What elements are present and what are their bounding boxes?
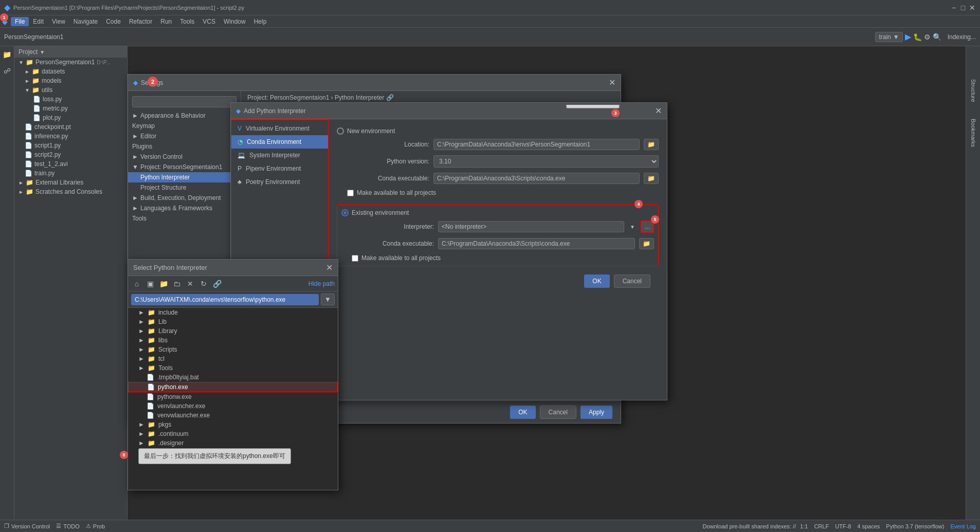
tree-metric[interactable]: 📄 metric.py (14, 104, 127, 113)
file-item-pythonw-exe[interactable]: 📄 pythonw.exe (128, 392, 338, 401)
refresh-icon-button[interactable]: ↻ (198, 278, 209, 289)
settings-item-build[interactable]: ► Build, Execution, Deployment (128, 193, 241, 203)
add-interpreter-close-button[interactable]: ✕ (655, 106, 662, 116)
tree-external-libraries[interactable]: ► 📁 External Libraries (14, 178, 127, 187)
make-available-new-checkbox[interactable]: Make available to all projects (347, 189, 659, 196)
tree-models[interactable]: ► 📁 models (14, 76, 127, 85)
search-toolbar-button[interactable]: 🔍 (933, 33, 941, 41)
make-available-new-input[interactable] (347, 190, 354, 196)
minimize-button[interactable]: − (950, 4, 957, 11)
bookmarks-tab[interactable]: Bookmarks (968, 117, 978, 149)
home-icon-button[interactable]: ⌂ (131, 278, 142, 289)
settings-item-languages[interactable]: ► Languages & Frameworks (128, 203, 241, 213)
settings-button[interactable]: ⚙ (924, 33, 931, 41)
make-available-existing-input[interactable] (352, 255, 358, 262)
menu-code[interactable]: Code (102, 17, 125, 26)
menu-run[interactable]: Run (156, 17, 176, 26)
menu-refactor[interactable]: Refactor (125, 17, 156, 26)
location-input[interactable] (433, 139, 640, 150)
tree-train[interactable]: 📄 train.py (14, 169, 127, 178)
make-available-existing-checkbox[interactable]: Make available to all projects (352, 254, 654, 262)
maximize-button[interactable]: □ (959, 4, 967, 11)
path-dropdown-button[interactable]: ▼ (321, 293, 335, 305)
settings-item-python-interpreter[interactable]: Python Interpreter (128, 172, 241, 182)
location-browse-button[interactable]: 📁 (644, 139, 659, 150)
file-item-include[interactable]: ► 📁 include (128, 308, 338, 317)
interp-type-conda[interactable]: ◔ Conda Environment (231, 135, 328, 149)
settings-item-vcs[interactable]: ► Version Control (128, 152, 241, 162)
file-item-tools[interactable]: ► 📁 Tools (128, 363, 338, 373)
settings-item-editor[interactable]: ► Editor (128, 131, 241, 141)
desktop-icon-button[interactable]: ▣ (144, 278, 156, 289)
tree-scratches[interactable]: ► 📁 Scratches and Consoles (14, 187, 127, 196)
menu-window[interactable]: Window (220, 17, 250, 26)
existing-conda-exec-browse-button[interactable]: 📁 (639, 238, 654, 249)
file-item-designer[interactable]: ► 📁 .designer (128, 438, 338, 448)
settings-item-tools[interactable]: Tools (128, 213, 241, 224)
tree-script1[interactable]: 📄 script1.py (14, 141, 127, 150)
menu-help[interactable]: Help (250, 17, 271, 26)
existing-conda-exec-input[interactable] (438, 238, 635, 249)
existing-env-radio[interactable]: Existing environment (341, 209, 654, 216)
file-item-python-exe[interactable]: 📄 python.exe (128, 382, 338, 392)
git-icon[interactable]: ☍ (1, 65, 13, 77)
settings-cancel-button[interactable]: Cancel (540, 406, 576, 419)
path-input[interactable] (131, 294, 319, 305)
tree-script2[interactable]: 📄 script2.py (14, 150, 127, 159)
problems-tab[interactable]: ⚠ Prob (86, 523, 105, 529)
project-icon[interactable]: 📁 (1, 48, 13, 61)
file-item-venvlauncher[interactable]: 📄 venvlauncher.exe (128, 401, 338, 411)
folder-up-icon-button[interactable]: 📁 (158, 278, 169, 289)
debug-button[interactable]: 🐛 (913, 33, 922, 41)
structure-tab[interactable]: Structure (968, 77, 978, 104)
interpreter-input[interactable] (438, 221, 624, 232)
file-item-continuum[interactable]: ► 📁 .continuum (128, 429, 338, 438)
menu-vcs[interactable]: VCS (198, 17, 220, 26)
add-interpreter-ok-button[interactable]: OK (584, 274, 609, 288)
tree-inference[interactable]: 📄 inference.py (14, 132, 127, 141)
settings-item-keymap[interactable]: Keymap (128, 121, 241, 131)
select-interpreter-dialog[interactable]: Select Python Interpreter ✕ ⌂ ▣ 📁 🗀 ✕ ↻ … (128, 259, 338, 490)
add-interpreter-cancel-button[interactable]: Cancel (614, 274, 650, 288)
interp-type-poetry[interactable]: ♣ Poetry Environment (231, 175, 328, 189)
settings-item-appearance[interactable]: ► Appearance & Behavior (128, 111, 241, 121)
link-icon-button[interactable]: 🔗 (211, 278, 223, 289)
menu-file[interactable]: File (11, 17, 29, 26)
file-item-lib[interactable]: ► 📁 Lib (128, 317, 338, 326)
tree-root[interactable]: ▼ 📁 PersonSegmentaion1 D:\P... (14, 58, 127, 67)
file-item-venvwlauncher[interactable]: 📄 venvwlauncher.exe (128, 411, 338, 420)
settings-item-project-structure[interactable]: Project Structure (128, 182, 241, 193)
settings-item-project[interactable]: ▼ Project: PersonSegmentaion1 (128, 162, 241, 172)
select-interpreter-close-button[interactable]: ✕ (326, 263, 333, 272)
conda-exec-input[interactable] (433, 173, 640, 184)
run-config-selector[interactable]: train ▼ (875, 32, 902, 42)
tree-checkpoint[interactable]: 📄 checkpoint.pt (14, 122, 127, 132)
menu-edit[interactable]: Edit (29, 17, 48, 26)
tree-datasets[interactable]: ► 📁 datasets (14, 67, 127, 76)
file-item-bat[interactable]: 📄 .tmpb0ltyiaj.bat (128, 373, 338, 382)
settings-ok-button[interactable]: OK (510, 406, 535, 419)
interp-type-pipenv[interactable]: P Pipenv Environment (231, 162, 328, 175)
settings-apply-button[interactable]: Apply (580, 406, 612, 419)
tree-loss[interactable]: 📄 loss.py (14, 95, 127, 104)
file-item-library[interactable]: ► 📁 Library (128, 326, 338, 336)
new-folder-icon-button[interactable]: 🗀 (171, 278, 183, 289)
todo-tab[interactable]: ☰ TODO (56, 523, 80, 529)
file-item-scripts[interactable]: ► 📁 Scripts (128, 345, 338, 354)
hide-path-button[interactable]: Hide path (308, 280, 335, 287)
python-version-select[interactable]: 3.103.93.83.7 (433, 155, 659, 168)
run-button[interactable]: ▶ (905, 32, 911, 42)
menu-navigate[interactable]: Navigate (69, 17, 102, 26)
menu-tools[interactable]: Tools (176, 17, 198, 26)
tree-plot[interactable]: 📄 plot.py (14, 113, 127, 122)
interp-type-virtualenv[interactable]: V Virtualenv Environment (231, 122, 328, 135)
tree-utils[interactable]: ▼ 📁 utils (14, 85, 127, 95)
settings-search-input[interactable] (132, 96, 237, 107)
settings-item-plugins[interactable]: Plugins (128, 141, 241, 152)
file-item-libs[interactable]: ► 📁 libs (128, 336, 338, 345)
file-item-pkgs[interactable]: ► 📁 pkgs (128, 420, 338, 429)
interp-type-system[interactable]: 💻 System Interpreter (231, 149, 328, 162)
delete-icon-button[interactable]: ✕ (185, 278, 196, 289)
settings-close-button[interactable]: ✕ (609, 78, 615, 87)
event-log-button[interactable]: Event Log (950, 523, 976, 529)
